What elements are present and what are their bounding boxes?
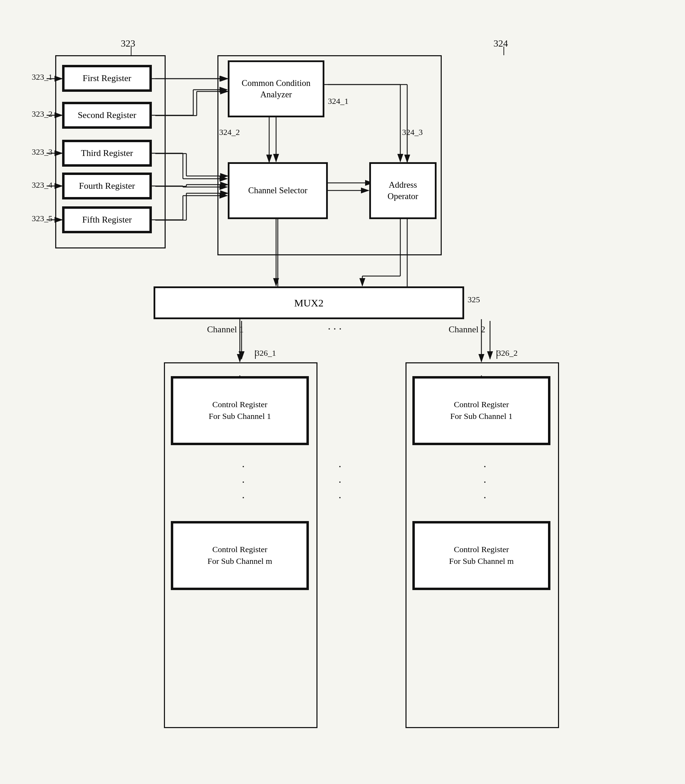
ref-324: 324 <box>493 38 508 49</box>
fourth-register: Fourth Register <box>62 172 152 200</box>
ref-326-1: 326_1 <box>255 349 276 358</box>
ref-324-1: 324_1 <box>328 97 349 106</box>
third-register: Third Register <box>62 140 152 167</box>
dots-vertical-left: ··· <box>235 459 252 505</box>
ref-326-2: 326_2 <box>497 349 518 358</box>
ref-324-2: 324_2 <box>219 128 240 137</box>
ref-324-3: 324_3 <box>402 128 423 137</box>
channel-2-label: Channel 2 <box>449 325 485 335</box>
sub-channel-ma: Control Register For Sub Channel m <box>171 521 309 590</box>
first-register: First Register <box>62 65 152 92</box>
ref-323-4: 323_4 <box>32 180 52 190</box>
sub-channel-mb: Control Register For Sub Channel m <box>412 521 550 590</box>
dots-vertical-right: ··· <box>476 459 493 505</box>
mux2: MUX2 <box>154 286 464 319</box>
second-register: Second Register <box>62 102 152 129</box>
ref-325: 325 <box>467 295 480 304</box>
ref-323-5: 323_5 <box>32 214 52 223</box>
ref-323: 323 <box>121 38 135 49</box>
ref-323-2: 323_2 <box>32 109 52 119</box>
dots-horizontal: ··· <box>328 323 344 335</box>
fifth-register: Fifth Register <box>62 206 152 233</box>
address-operator: Address Operator <box>369 162 437 219</box>
sub-channel-1a: Control Register For Sub Channel 1 <box>171 376 309 445</box>
channel-selector: Channel Selector <box>228 162 328 219</box>
channel-1-label: Channel 1 <box>207 325 243 335</box>
ref-323-1: 323_1 <box>32 73 52 82</box>
dots-vertical-center: ··· <box>331 459 349 505</box>
sub-channel-1b: Control Register For Sub Channel 1 <box>412 376 550 445</box>
diagram-container: 323 324 323_1 323_2 323_3 323_4 323_5 Fi… <box>28 28 656 769</box>
common-condition-analyzer: Common Condition Analyzer <box>228 60 325 117</box>
ref-323-3: 323_3 <box>32 147 52 157</box>
